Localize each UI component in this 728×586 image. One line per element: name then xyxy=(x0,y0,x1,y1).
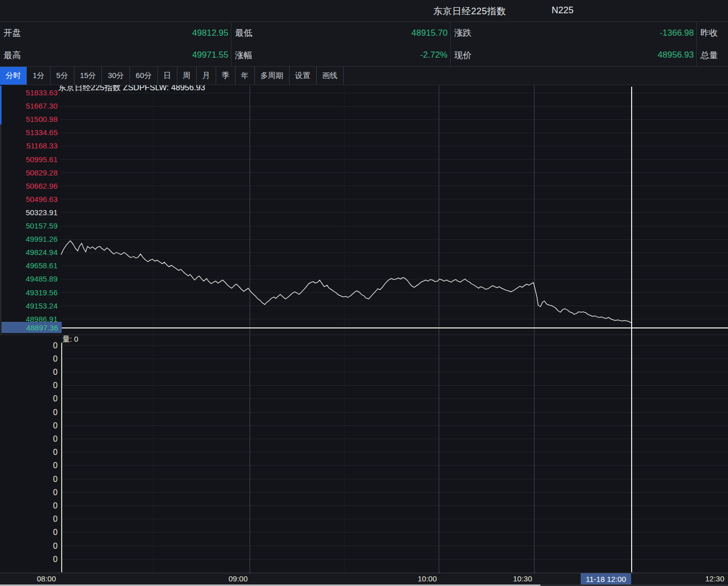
time-axis-label: 12:30 xyxy=(705,574,724,583)
tab-timeline[interactable]: 分时 xyxy=(0,67,27,85)
chart-area[interactable]: 51833.6351667.3051500.9851334.6551168.33… xyxy=(0,0,728,586)
quote-field-low: 最低48915.70 xyxy=(231,22,450,44)
field-label: 开盘 xyxy=(4,27,21,39)
field-value: -1366.98 xyxy=(660,28,694,38)
field-value: 49971.55 xyxy=(192,50,228,60)
volume-axis-tick: 0 xyxy=(53,488,58,497)
volume-axis-tick: 0 xyxy=(53,555,58,564)
field-value: 48915.70 xyxy=(411,28,448,38)
time-axis-label: 10:30 xyxy=(513,574,532,583)
chart-background xyxy=(0,85,728,586)
quote-field-high: 最高49971.55 xyxy=(0,44,231,67)
volume-axis-tick: 0 xyxy=(53,381,58,390)
tab-60min[interactable]: 60分 xyxy=(130,67,158,85)
volume-axis-tick: 0 xyxy=(53,368,58,376)
quote-field-change-percent: 涨幅-2.72% xyxy=(231,44,450,67)
y-axis-tick: 49824.94 xyxy=(25,248,58,257)
tab-month[interactable]: 月 xyxy=(197,67,216,85)
tab-week[interactable]: 周 xyxy=(177,67,197,85)
quote-infobar: 开盘49812.95最高49971.55最低48915.70涨幅-2.72%涨跌… xyxy=(0,22,728,67)
instrument-title: 东京日经225指数 xyxy=(433,5,506,17)
tab-year[interactable]: 年 xyxy=(236,67,255,85)
instrument-code: N225 xyxy=(552,5,574,16)
quote-field-change: 涨跌-1366.98 xyxy=(451,22,696,44)
field-label: 涨幅 xyxy=(235,49,252,61)
field-label: 现价 xyxy=(454,49,472,61)
volume-axis-tick: 0 xyxy=(53,394,58,403)
y-axis-tick: 51334.65 xyxy=(25,128,58,137)
crosshair-price-value: 48897.36 xyxy=(26,323,58,332)
period-toolbar: 分时1分5分15分30分60分日周月季年多周期设置画线 xyxy=(0,67,728,85)
crosshair-time-tag: 11-18 12:00 xyxy=(581,573,631,585)
tab-draw-line[interactable]: 画线 xyxy=(317,67,344,85)
volume-axis-tick: 0 xyxy=(53,528,58,537)
volume-axis-tick: 0 xyxy=(53,542,58,550)
y-axis-tick: 50995.61 xyxy=(25,155,58,164)
tab-settings[interactable]: 设置 xyxy=(290,67,317,85)
y-axis-tick: 51833.63 xyxy=(25,88,58,97)
quote-field-total-volume: 总量 xyxy=(697,44,728,67)
volume-axis-tick: 0 xyxy=(53,408,58,417)
y-axis-tick: 51500.98 xyxy=(25,115,58,123)
y-axis-tick: 50496.63 xyxy=(25,195,58,203)
y-axis-tick: 51667.30 xyxy=(25,101,58,110)
field-label: 最高 xyxy=(4,49,21,61)
volume-axis-tick: 0 xyxy=(53,448,58,456)
volume-indicator-label: 量: 0 xyxy=(62,335,79,344)
quote-column: 涨跌-1366.98现价48956.93 xyxy=(450,22,696,66)
field-label: 昨收 xyxy=(700,27,718,39)
crosshair-price-tag: 48897.36 xyxy=(0,322,62,333)
field-label: 涨跌 xyxy=(454,27,472,39)
tab-5min[interactable]: 5分 xyxy=(50,67,74,85)
tab-15min[interactable]: 15分 xyxy=(74,67,102,85)
time-axis-label: 10:00 xyxy=(418,574,437,583)
y-axis-tick: 49485.89 xyxy=(25,274,58,283)
y-axis-tick: 50157.59 xyxy=(25,221,58,230)
time-axis-label: 09:00 xyxy=(228,574,248,583)
volume-axis-tick: 0 xyxy=(53,421,58,430)
y-axis-tick: 49319.56 xyxy=(25,288,58,297)
volume-axis-tick: 0 xyxy=(53,354,58,363)
y-axis-tick: 49991.26 xyxy=(25,235,58,243)
quote-column: 最低48915.70涨幅-2.72% xyxy=(231,22,450,66)
volume-axis-tick: 0 xyxy=(53,435,58,443)
volume-axis-tick: 0 xyxy=(53,515,58,523)
y-axis-tick: 49658.61 xyxy=(25,261,58,270)
tab-quarter[interactable]: 季 xyxy=(216,67,236,85)
tab-30min[interactable]: 30分 xyxy=(102,67,130,85)
titlebar: 东京日经225指数 N225 xyxy=(0,0,728,22)
y-axis-tick: 51168.33 xyxy=(27,141,58,150)
field-value: 49812.95 xyxy=(192,28,228,38)
quote-column: 昨收总量 xyxy=(696,22,728,66)
quote-field-current-price: 现价48956.93 xyxy=(451,44,696,67)
y-axis-tick: 49153.24 xyxy=(25,301,58,310)
quote-field-open: 开盘49812.95 xyxy=(0,22,231,44)
time-axis-label: 08:00 xyxy=(37,574,56,583)
y-axis-tick: 50323.91 xyxy=(25,208,58,217)
field-value: -2.72% xyxy=(420,50,448,60)
tab-1min[interactable]: 1分 xyxy=(27,67,50,85)
tab-day[interactable]: 日 xyxy=(158,67,177,85)
volume-axis-tick: 0 xyxy=(53,475,58,483)
quote-field-prev-close: 昨收 xyxy=(697,22,728,44)
field-label: 总量 xyxy=(700,49,718,61)
field-label: 最低 xyxy=(235,27,252,39)
y-axis-tick: 50829.28 xyxy=(25,168,58,177)
y-axis-tick: 50662.96 xyxy=(25,182,58,190)
volume-axis-tick: 0 xyxy=(53,501,58,510)
app-root: 51833.6351667.3051500.9851334.6551168.33… xyxy=(0,0,728,586)
vertical-scrollbar-thumb[interactable] xyxy=(0,86,2,124)
tab-multi-period[interactable]: 多周期 xyxy=(255,67,290,85)
quote-column: 开盘49812.95最高49971.55 xyxy=(0,22,231,66)
volume-axis-tick: 0 xyxy=(53,461,58,470)
volume-axis-tick: 0 xyxy=(53,341,58,350)
field-value: 48956.93 xyxy=(658,50,694,60)
